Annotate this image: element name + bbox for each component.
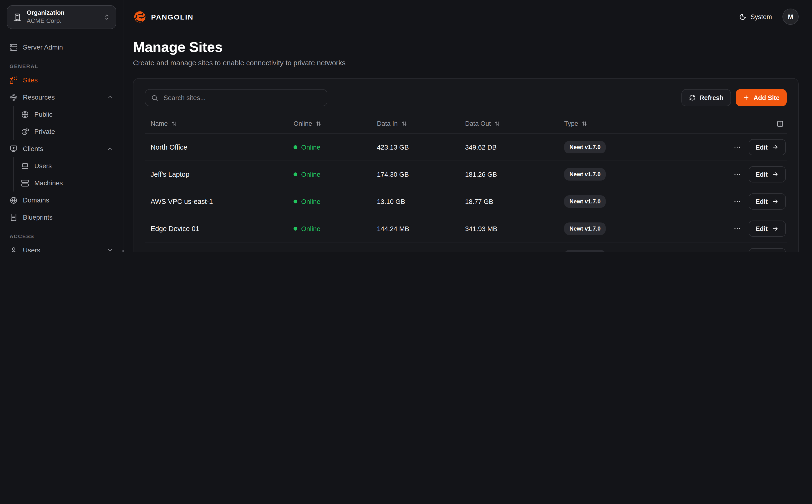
page-subtitle: Create and manage sites to enable connec… xyxy=(133,59,799,67)
search-box[interactable] xyxy=(145,89,327,106)
org-label: Organization xyxy=(27,9,65,17)
status-badge: Online xyxy=(288,198,371,205)
data-out-value: 341.93 MB xyxy=(459,225,558,232)
data-in-value: 13.10 GB xyxy=(371,198,459,205)
sidebar-item-private[interactable]: Private xyxy=(18,123,116,140)
sidebar-item-client-users[interactable]: Users xyxy=(18,157,116,174)
online-dot-icon xyxy=(294,200,297,203)
add-site-button[interactable]: Add Site xyxy=(736,89,787,106)
plus-icon xyxy=(743,94,750,101)
globe-icon xyxy=(21,110,29,118)
edit-button[interactable]: Edit xyxy=(748,166,786,182)
sidebar-item-clients[interactable]: Clients xyxy=(7,140,116,157)
sites-icon xyxy=(10,76,18,84)
column-header-type[interactable]: Type xyxy=(558,120,691,127)
clients-subnav: Users Machines xyxy=(13,157,116,192)
refresh-icon xyxy=(689,94,696,101)
site-name: North Office xyxy=(145,143,288,151)
arrow-right-icon xyxy=(772,171,779,178)
server-icon xyxy=(10,43,18,51)
column-header-data-out[interactable]: Data Out xyxy=(459,120,558,127)
sidebar-resize-handle[interactable] xyxy=(122,250,124,252)
sidebar-item-machines[interactable]: Machines xyxy=(18,174,116,192)
row-menu-button[interactable] xyxy=(733,143,741,151)
main-content: PANGOLIN System M Manage Sites Create an… xyxy=(123,0,812,252)
brand-logo: PANGOLIN xyxy=(133,10,194,24)
table-toolbar: Refresh Add Site xyxy=(145,89,787,106)
section-label-access: ACCESS xyxy=(10,233,113,239)
sidebar-nav: Server Admin GENERAL Sites Resources Pub… xyxy=(0,29,123,252)
pangolin-logo-icon xyxy=(133,10,147,24)
site-name: Edge Device 01 xyxy=(145,225,288,232)
laptop-icon xyxy=(21,162,29,170)
data-in-value: 144.24 MB xyxy=(371,225,459,232)
ellipsis-icon xyxy=(733,225,741,232)
online-dot-icon xyxy=(294,145,297,149)
search-icon xyxy=(151,94,158,101)
row-menu-button[interactable] xyxy=(733,171,741,178)
sort-icon xyxy=(494,121,500,127)
brand-name: PANGOLIN xyxy=(151,13,194,21)
row-menu-button[interactable] xyxy=(733,225,741,232)
edit-button[interactable]: Edit xyxy=(748,139,786,155)
theme-label: System xyxy=(751,13,772,20)
topbar: PANGOLIN System M xyxy=(133,0,799,33)
refresh-button[interactable]: Refresh xyxy=(681,89,731,106)
edit-button[interactable]: Edit xyxy=(748,248,786,252)
sites-card: Refresh Add Site Name Online Data In Dat… xyxy=(133,78,799,252)
resources-subnav: Public Private xyxy=(13,106,116,140)
status-badge: Online xyxy=(288,143,371,151)
chevrons-up-down-icon xyxy=(103,14,110,20)
column-header-online[interactable]: Online xyxy=(288,120,371,127)
data-out-value: 181.26 GB xyxy=(459,171,558,178)
column-header-data-in[interactable]: Data In xyxy=(371,120,459,127)
waypoints-icon xyxy=(10,93,18,101)
sidebar-item-resources[interactable]: Resources xyxy=(7,89,116,106)
columns-toggle-button[interactable] xyxy=(691,120,787,127)
data-in-value: 423.13 GB xyxy=(371,143,459,151)
online-dot-icon xyxy=(294,227,297,231)
site-name: Jeff's Laptop xyxy=(145,171,288,178)
edit-button[interactable]: Edit xyxy=(748,221,786,237)
ellipsis-icon xyxy=(733,171,741,178)
type-badge: Newt v1.7.0 xyxy=(564,141,606,153)
status-badge: Online xyxy=(288,171,371,178)
data-out-value: 349.62 DB xyxy=(459,143,558,151)
type-badge: Newt v1.7.0 xyxy=(564,168,606,181)
table-row: AWS VPC us-east-1 Online 13.10 GB 18.77 … xyxy=(145,188,787,215)
chevron-up-icon xyxy=(107,94,113,101)
data-in-value: 174.30 GB xyxy=(371,171,459,178)
table-row: Home Lab Online 1.20 TB 1.53 TB Newt v1.… xyxy=(145,242,787,252)
page-header: Manage Sites Create and manage sites to … xyxy=(133,39,799,67)
chevron-up-icon xyxy=(107,145,113,152)
page-title: Manage Sites xyxy=(133,39,799,55)
column-header-name[interactable]: Name xyxy=(145,120,288,127)
user-icon xyxy=(10,246,18,252)
globe-icon xyxy=(10,196,18,204)
table-header-row: Name Online Data In Data Out Type xyxy=(145,114,787,134)
sidebar-item-public[interactable]: Public xyxy=(18,106,116,123)
org-name: ACME Corp. xyxy=(27,17,65,25)
sidebar-item-domains[interactable]: Domains xyxy=(7,192,116,209)
ellipsis-icon xyxy=(733,143,741,151)
theme-toggle[interactable]: System xyxy=(739,13,772,20)
globe-lock-icon xyxy=(21,127,29,136)
sidebar-item-blueprints[interactable]: Blueprints xyxy=(7,209,116,226)
sidebar-item-users[interactable]: Users xyxy=(7,242,116,252)
row-menu-button[interactable] xyxy=(733,198,741,205)
sites-table: Name Online Data In Data Out Type North … xyxy=(145,114,787,252)
search-input[interactable] xyxy=(162,93,321,102)
sidebar-item-sites[interactable]: Sites xyxy=(7,71,116,89)
columns-icon xyxy=(776,120,784,127)
sort-icon xyxy=(582,121,588,127)
online-dot-icon xyxy=(294,172,297,176)
org-selector[interactable]: Organization ACME Corp. xyxy=(7,5,116,29)
arrow-right-icon xyxy=(772,225,779,232)
type-badge: Newt v1.7.0 xyxy=(564,195,606,208)
arrow-right-icon xyxy=(772,144,779,151)
avatar[interactable]: M xyxy=(782,9,799,25)
edit-button[interactable]: Edit xyxy=(748,193,786,210)
sidebar-item-server-admin[interactable]: Server Admin xyxy=(7,39,116,56)
arrow-right-icon xyxy=(772,198,779,205)
receipt-icon xyxy=(10,213,18,221)
